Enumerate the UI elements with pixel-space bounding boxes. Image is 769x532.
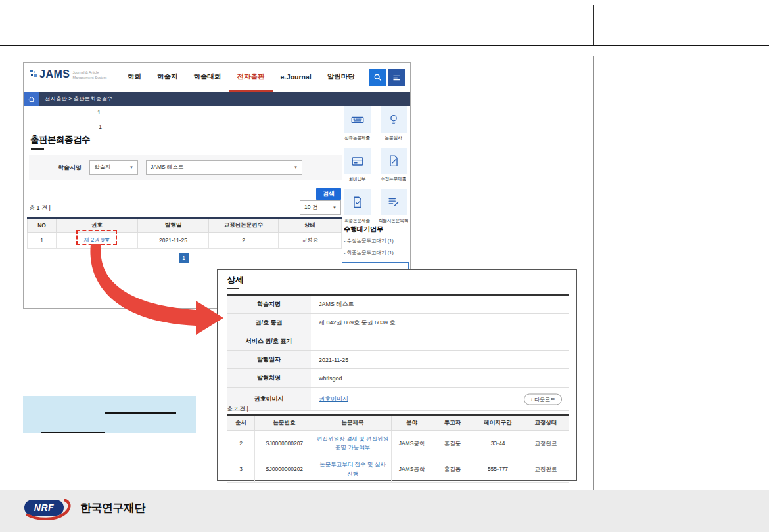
cell-author: 홍길동 (432, 456, 473, 482)
logo-squares-icon (30, 69, 38, 78)
footer-bar: NRF 한국연구재단 (0, 490, 769, 532)
chevron-down-icon: ▼ (333, 206, 337, 210)
page-title: 출판본최종검수 (30, 134, 90, 146)
journal-type-select[interactable]: 학술지▼ (89, 160, 138, 175)
field-label: 발행일자 (227, 351, 311, 369)
hamburger-icon (392, 73, 402, 83)
cell-paper-id: SJ0000000202 (255, 456, 314, 482)
articles-table: 순서 논문번호 논문제목 분야 투고자 페이지구간 교정상태 2 SJ00000… (227, 414, 569, 483)
table-header-row: NO 권호 발행일 교정된논문편수 상태 (28, 218, 342, 233)
cell-correction-status: 교정완료 (523, 431, 569, 456)
nav-item-ejournal[interactable]: e-Journal (273, 63, 319, 92)
jams-logo[interactable]: JAMS Journal & Article Management System (30, 69, 106, 81)
cell-author: 홍길동 (432, 431, 473, 456)
field-value: JAMS 테스트 (311, 295, 569, 314)
journal-name-label: 학술지명 (58, 164, 82, 172)
col-correction-status: 교정상태 (523, 415, 569, 431)
result-count: 총 1 건 | (29, 204, 51, 212)
quickmenu-revised-paper[interactable]: 수정논문제출 (378, 148, 409, 183)
edit-doc-icon (381, 148, 407, 174)
nrf-logo: NRF (24, 495, 75, 520)
cell-no: 1 (28, 233, 57, 249)
quick-menu: 신규논문제출 논문심사 회비납부 수정논문제출 최종논문제출 (342, 106, 409, 224)
article-row: 2 SJ0000000207 편집위원장 결재 및 편집위원총명 가능여부 JA… (227, 431, 569, 456)
home-icon (28, 95, 35, 103)
annotation-arrow (84, 244, 229, 343)
col-paper-title: 논문제목 (314, 415, 392, 431)
header-search-button[interactable] (369, 69, 386, 86)
article-title-link[interactable]: 편집위원장 결재 및 편집위원총명 가능여부 (317, 435, 388, 451)
document-header-divider (593, 5, 594, 45)
list-pencil-icon (381, 189, 407, 215)
col-paper-id: 논문번호 (255, 415, 314, 431)
page-size-select[interactable]: 10 건▼ (300, 200, 341, 215)
search-form: 학술지명 학술지▼ JAMS 테스트▼ (29, 155, 342, 180)
breadcrumb: 전자출판 > 출판본최종검수 (45, 95, 112, 103)
nav-item-journal[interactable]: 학술지 (149, 63, 186, 92)
journal-name-select[interactable]: JAMS 테스트▼ (146, 160, 302, 175)
download-button[interactable]: ↓ 다운로드 (524, 393, 562, 405)
annotation-highlight-box (23, 396, 196, 433)
cell-field: JAMS공학 (392, 456, 432, 482)
field-label: 권/호 통권 (227, 314, 311, 332)
pending-task-final[interactable]: - 최종논문투고대기 (1) (344, 250, 394, 256)
quickmenu-fee-payment[interactable]: 회비납부 (342, 148, 373, 183)
logo-title: JAMS (39, 69, 70, 79)
field-label: 서비스 권/호 표기 (227, 332, 311, 351)
field-label: 학술지명 (227, 295, 311, 314)
home-button[interactable] (24, 92, 39, 106)
nav-item-conference[interactable]: 학술대회 (186, 63, 229, 92)
field-value: 2021-11-25 (311, 351, 569, 369)
cell-order: 2 (227, 431, 255, 456)
detail-fields-table: 학술지명 JAMS 테스트 권/호 통권 제 042권 869호 통권 6039… (227, 294, 569, 411)
col-author: 투고자 (432, 415, 473, 431)
jams-header: JAMS Journal & Article Management System… (24, 63, 410, 92)
field-value (311, 332, 569, 351)
quickmenu-review[interactable]: 논문심사 (378, 106, 409, 141)
chevron-down-icon: ▼ (129, 166, 133, 169)
payment-doc-icon (344, 148, 371, 174)
field-value: whtlsgod (311, 369, 569, 388)
cell-correction-status: 교정완료 (523, 456, 569, 482)
field-value: 권호이미지 ↓ 다운로드 (311, 388, 569, 411)
annotation-line (41, 432, 105, 433)
quickmenu-final-paper[interactable]: 최종논문제출 (342, 189, 373, 224)
article-row: 3 SJ0000000202 논문투고부터 접수 및 심사 진행 JAMS공학 … (227, 456, 569, 482)
issue-image-link[interactable]: 권호이미지 (319, 395, 348, 402)
search-button[interactable]: 검색 (316, 188, 341, 200)
keyboard-icon (344, 106, 371, 133)
cell-field: JAMS공학 (392, 431, 432, 456)
field-row-publisher: 발행처명 whtlsgod (227, 369, 569, 388)
nrf-logo-text: NRF (24, 500, 64, 516)
document-column-divider (593, 56, 594, 490)
lightbulb-icon (381, 106, 407, 133)
nav-item-notice[interactable]: 알림마당 (319, 63, 363, 92)
quickmenu-new-paper[interactable]: 신규논문제출 (342, 106, 373, 141)
pending-tasks-title: 수행대기업무 (344, 225, 383, 234)
annotation-line (105, 412, 176, 414)
pending-task-revised[interactable]: - 수정논문투고대기 (1) (344, 238, 394, 244)
cell-page-range: 33-44 (473, 431, 523, 456)
search-icon (373, 72, 383, 83)
col-status: 상태 (279, 218, 342, 233)
article-title-link[interactable]: 논문투고부터 접수 및 심사 진행 (319, 461, 386, 476)
col-corrected-count: 교정된논문편수 (209, 218, 279, 233)
chevron-down-icon: ▼ (294, 166, 298, 169)
col-page-range: 페이지구간 (473, 415, 523, 431)
quickmenu-paper-list[interactable]: 학술지논문목록 (378, 189, 409, 224)
quickmenu-label: 학술지논문목록 (379, 217, 408, 224)
header-menu-button[interactable] (388, 69, 405, 86)
page-title-underline (31, 148, 44, 150)
nav-item-society[interactable]: 학회 (120, 63, 149, 92)
nav-item-epublish[interactable]: 전자출판 (229, 63, 273, 92)
field-label: 발행처명 (227, 369, 311, 388)
field-row-publish-date: 발행일자 2021-11-25 (227, 351, 569, 369)
cell-page-range: 555-777 (473, 456, 523, 482)
quickmenu-label: 최종논문제출 (344, 217, 370, 224)
breadcrumb-bar: 전자출판 > 출판본최종검수 (24, 92, 410, 106)
main-nav: 학회 학술지 학술대회 전자출판 e-Journal 알림마당 (120, 63, 363, 92)
field-row-journal-name: 학술지명 JAMS 테스트 (227, 295, 569, 314)
cell-status: 교정중 (279, 233, 342, 249)
cell-paper-id: SJ0000000207 (255, 431, 314, 456)
field-row-service-volume: 서비스 권/호 표기 (227, 332, 569, 351)
